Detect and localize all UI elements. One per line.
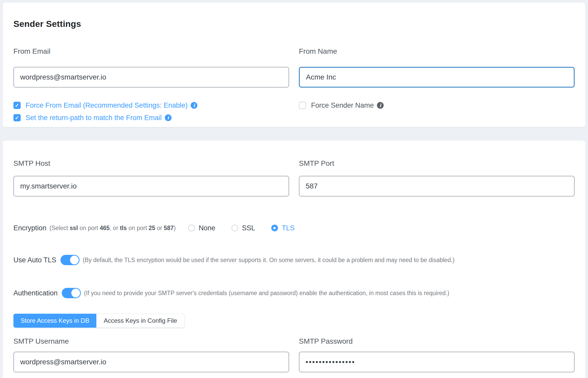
- smtp-password-column: SMTP Password: [299, 337, 575, 372]
- radio-selected-icon: [271, 225, 278, 231]
- from-name-column: From Name Force Sender Name i: [299, 47, 575, 123]
- encryption-option-ssl[interactable]: SSL: [231, 224, 255, 232]
- encryption-label: Encryption: [13, 224, 47, 232]
- encryption-hint: (Select ssl on port 465, or tls on port …: [50, 225, 176, 232]
- authentication-description: (If you need to provide your SMTP server…: [84, 290, 449, 297]
- auto-tls-label: Use Auto TLS: [13, 256, 56, 264]
- auto-tls-row: Use Auto TLS (By default, the TLS encryp…: [13, 254, 575, 266]
- from-name-label: From Name: [299, 47, 575, 56]
- encryption-row: Encryption (Select ssl on port 465, or t…: [13, 222, 575, 234]
- radio-icon: [188, 225, 195, 231]
- smtp-username-input[interactable]: [13, 352, 289, 372]
- force-from-email-row: ✓ Force From Email (Recommended Settings…: [13, 100, 289, 111]
- page-title: Sender Settings: [13, 3, 575, 29]
- return-path-label[interactable]: Set the return-path to match the From Em…: [26, 114, 162, 122]
- toggle-knob: [71, 289, 80, 297]
- from-name-input[interactable]: [299, 67, 575, 88]
- sender-checkboxes: ✓ Force From Email (Recommended Settings…: [13, 100, 289, 123]
- from-email-label: From Email: [13, 47, 289, 56]
- info-icon[interactable]: i: [191, 102, 197, 109]
- auto-tls-toggle[interactable]: [60, 255, 80, 265]
- smtp-host-input[interactable]: [13, 176, 289, 196]
- smtp-settings-card: SMTP Host SMTP Port Encryption (Select s…: [3, 140, 585, 378]
- force-sender-name-label[interactable]: Force Sender Name: [311, 101, 374, 109]
- tab-store-keys-in-db[interactable]: Store Access Keys in DB: [13, 314, 96, 328]
- key-storage-tabs: Store Access Keys in DB Access Keys in C…: [13, 314, 185, 328]
- force-sender-name-section: Force Sender Name i: [299, 100, 575, 111]
- smtp-username-label: SMTP Username: [13, 337, 289, 346]
- auto-tls-description: (By default, the TLS encryption would be…: [83, 257, 454, 264]
- from-email-column: From Email ✓ Force From Email (Recommend…: [13, 47, 289, 123]
- smtp-password-input[interactable]: [299, 352, 575, 372]
- encryption-option-tls[interactable]: TLS: [271, 224, 295, 232]
- sender-settings-card: Sender Settings From Email ✓ Force From …: [3, 3, 585, 127]
- return-path-checkbox[interactable]: ✓: [13, 114, 21, 121]
- return-path-row: ✓ Set the return-path to match the From …: [13, 112, 289, 123]
- smtp-port-column: SMTP Port: [299, 159, 575, 196]
- smtp-host-label: SMTP Host: [13, 159, 289, 168]
- sender-fields: From Email ✓ Force From Email (Recommend…: [13, 47, 575, 123]
- force-from-email-label[interactable]: Force From Email (Recommended Settings: …: [26, 101, 188, 109]
- smtp-password-label: SMTP Password: [299, 337, 575, 346]
- info-icon[interactable]: i: [377, 102, 384, 109]
- check-icon: ✓: [15, 115, 19, 120]
- from-email-input[interactable]: [13, 67, 289, 88]
- authentication-toggle[interactable]: [62, 288, 81, 298]
- authentication-label: Authentication: [13, 289, 58, 297]
- encryption-option-none[interactable]: None: [188, 224, 215, 232]
- force-sender-name-checkbox[interactable]: [299, 102, 306, 109]
- encryption-radio-group: None SSL TLS: [188, 224, 295, 232]
- force-sender-name-row: Force Sender Name i: [299, 100, 575, 111]
- check-icon: ✓: [15, 103, 19, 108]
- encryption-option-tls-label: TLS: [282, 224, 295, 232]
- smtp-host-column: SMTP Host: [13, 159, 289, 196]
- radio-icon: [231, 225, 238, 231]
- tab-keys-in-config-file[interactable]: Access Keys in Config File: [96, 314, 184, 328]
- toggle-knob: [70, 256, 79, 264]
- smtp-connection-fields: SMTP Host SMTP Port: [13, 140, 575, 196]
- smtp-port-input[interactable]: [299, 176, 575, 196]
- info-icon[interactable]: i: [165, 114, 172, 121]
- encryption-option-none-label: None: [199, 224, 215, 232]
- smtp-username-column: SMTP Username: [13, 337, 289, 372]
- smtp-credential-fields: SMTP Username SMTP Password: [13, 337, 575, 372]
- encryption-option-ssl-label: SSL: [242, 224, 255, 232]
- force-from-email-checkbox[interactable]: ✓: [13, 102, 21, 109]
- authentication-row: Authentication (If you need to provide y…: [13, 287, 575, 299]
- smtp-port-label: SMTP Port: [299, 159, 575, 168]
